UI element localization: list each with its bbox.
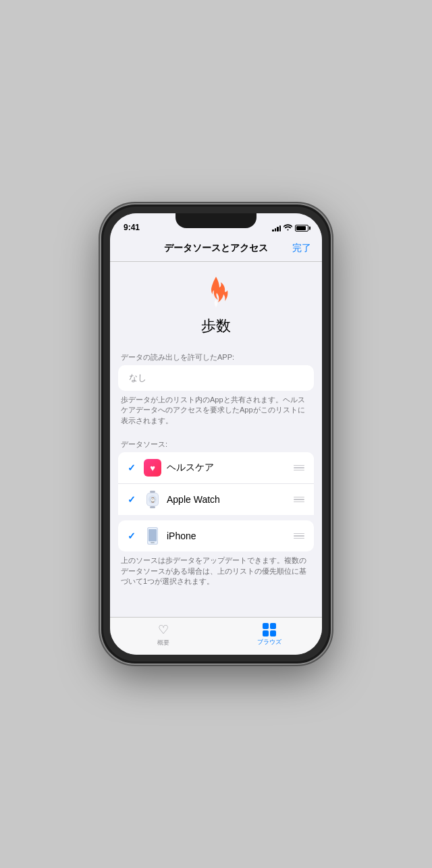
- svg-rect-0: [150, 491, 155, 493]
- watch-icon: ⌚: [144, 491, 161, 508]
- iphone-icon: [144, 527, 161, 545]
- check-health: ✓: [128, 462, 138, 473]
- battery-icon: [295, 225, 308, 232]
- check-watch: ✓: [128, 494, 138, 505]
- tab-bar: ♡ 概要 ブラウズ: [110, 617, 322, 655]
- tab-overview-label: 概要: [157, 639, 169, 647]
- source-name-iphone: iPhone: [167, 531, 294, 541]
- source-name-health: ヘルスケア: [167, 462, 294, 474]
- signal-icon: [272, 225, 281, 232]
- source-row-iphone-card: ✓ iPhone: [118, 520, 314, 551]
- app-section: 歩数: [110, 262, 322, 347]
- phone-frame: 9:41: [101, 205, 331, 663]
- read-helper-text: 歩データが上のリスト内のAppと共有されます。ヘルスケアデータへのアクセスを要求…: [110, 391, 322, 434]
- tab-browse-label: ブラウズ: [257, 638, 281, 647]
- nav-bar: データソースとアクセス 完了: [110, 235, 322, 262]
- drag-handle-health[interactable]: [294, 465, 304, 471]
- bottom-spacer: [110, 595, 322, 608]
- done-button[interactable]: 完了: [292, 242, 311, 254]
- svg-rect-1: [150, 506, 155, 508]
- svg-rect-8: [148, 529, 157, 541]
- source-name-watch: Apple Watch: [167, 494, 294, 505]
- tab-browse[interactable]: ブラウズ: [216, 623, 322, 649]
- notch: [176, 213, 256, 228]
- status-icons: [272, 224, 308, 232]
- content: 歩数 データの読み出しを許可したAPP: なし 歩データが上のリスト内のAppと…: [110, 262, 322, 617]
- source-helper-text: 上のソースは歩データをアップデートできます。複数のデータソースがある場合は、上の…: [110, 551, 322, 595]
- sources-card: ✓ ♥ ヘルスケア ✓: [118, 452, 314, 515]
- source-section-label: データソース:: [110, 434, 322, 452]
- app-icon: [199, 275, 233, 316]
- heart-tab-icon: ♡: [158, 622, 169, 637]
- svg-text:⌚: ⌚: [150, 497, 156, 503]
- tab-overview[interactable]: ♡ 概要: [110, 622, 216, 650]
- source-row-health[interactable]: ✓ ♥ ヘルスケア: [118, 452, 314, 484]
- source-row-iphone[interactable]: ✓ iPhone: [118, 520, 314, 551]
- svg-rect-9: [151, 542, 155, 543]
- phone-inner: 9:41: [103, 207, 329, 661]
- check-iphone: ✓: [128, 531, 138, 541]
- nav-title: データソースとアクセス: [164, 242, 268, 254]
- wifi-icon: [284, 224, 292, 232]
- read-empty-text: なし: [118, 365, 314, 391]
- drag-handle-iphone[interactable]: [294, 533, 304, 539]
- status-time: 9:41: [124, 223, 140, 232]
- read-app-card: なし: [118, 365, 314, 391]
- read-section-label: データの読み出しを許可したAPP:: [110, 347, 322, 365]
- list-separator: [110, 515, 322, 520]
- drag-handle-watch[interactable]: [294, 497, 304, 503]
- health-icon: ♥: [144, 459, 161, 477]
- app-name: 歩数: [201, 316, 231, 336]
- source-row-watch[interactable]: ✓ ⌚ Apple Watch: [118, 484, 314, 515]
- screen: 9:41: [110, 213, 322, 655]
- browse-tab-icon: [263, 623, 276, 636]
